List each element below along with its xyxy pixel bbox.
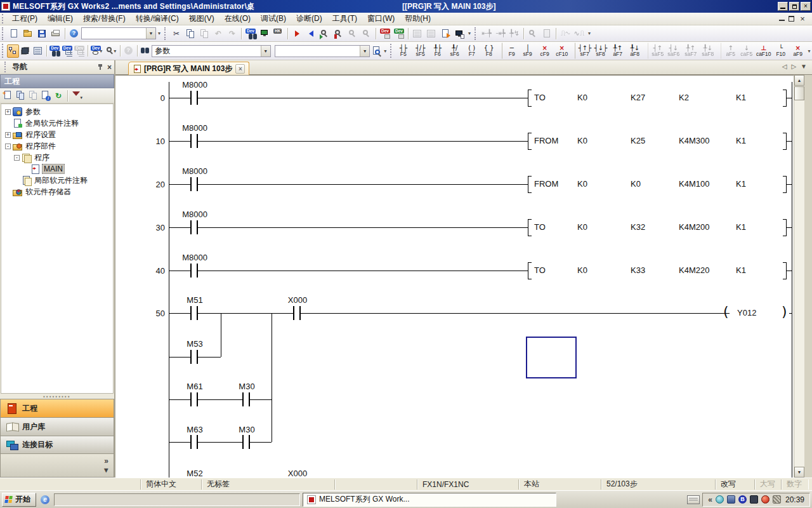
tab-scroll-left-icon[interactable]: ◁ [782,63,787,70]
tray-monitor-icon[interactable] [716,495,724,504]
scroll-up-icon[interactable]: ▲ [794,75,804,86]
quick-launch-button[interactable]: e [39,493,51,506]
tray-network-icon[interactable] [727,495,735,504]
ladder-symbol-button[interactable]: × aF9 [789,43,806,59]
device-comment-edit-button[interactable]: Dev [74,44,86,58]
tree-item[interactable]: + 参数 [1,106,113,117]
ladder-symbol-button[interactable]: ┤/├ sF5 [412,43,429,59]
tree-item[interactable]: 软元件存储器 [1,186,113,197]
write-to-plc-button[interactable] [290,27,304,40]
find-target-combobox[interactable]: 参数▼ [152,45,271,57]
mdi-restore-icon[interactable] [789,16,794,22]
tree-item[interactable]: - 程序部件 [1,140,113,152]
redo-button[interactable]: ↷ [225,27,239,40]
monitor-window-button[interactable] [452,27,466,40]
scroll-down-icon[interactable]: ▼ [794,467,804,478]
nav-view-button[interactable]: 工程 [0,399,114,417]
restore-button[interactable] [789,2,799,11]
ladder-symbol-button[interactable]: × cF9 [536,43,553,59]
device-display-mode-button[interactable]: Dev▾ [90,44,104,58]
tree-expand-icon[interactable]: + [5,132,11,138]
tab-scroll-right-icon[interactable]: ▷ [791,63,796,70]
panel-close-icon[interactable]: × [107,63,112,72]
ladder-symbol-button[interactable]: ─ F9 [502,43,519,59]
tray-bluetooth-icon[interactable]: B [738,495,747,504]
ladder-symbol-button[interactable]: └ F10 [772,43,789,59]
comment-display-button[interactable] [410,27,424,40]
statement-display-button[interactable] [424,27,438,40]
menu-item[interactable]: 窗口(W) [362,12,400,25]
copy-item-icon[interactable] [15,90,26,102]
minimize-button[interactable] [778,2,788,11]
menu-item[interactable]: 诊断(D) [291,12,327,25]
device-monitor-1-button[interactable]: Dev [378,27,392,40]
paste-item-icon[interactable] [27,90,39,102]
help-button[interactable]: ? [67,27,81,40]
sampling-trace-1-button[interactable]: ⎍∿ [558,27,572,40]
step-run-button[interactable]: ⇤╄ [480,27,494,40]
device-comment-find-button[interactable]: Dev [48,44,61,58]
ladder-symbol-button[interactable]: ╀↓ aF8 [626,43,643,59]
ladder-symbol-button[interactable]: ╀↑ saF7 [682,43,699,59]
tree-item[interactable]: 局部软元件注释 [1,175,113,186]
find-value-combobox[interactable]: ▼ [275,45,370,57]
menu-item[interactable]: 在线(O) [219,12,256,25]
ladder-symbol-button[interactable]: { } F8 [480,43,497,59]
menu-item[interactable]: 转换/编译(C) [131,12,184,25]
device-display-button[interactable] [258,27,272,40]
monitor-resume-button[interactable] [360,27,374,40]
tree-expand-icon[interactable] [5,189,11,195]
ladder-symbol-button[interactable]: ┤↓ saF6 [665,43,682,59]
toolbar-overflow-icon[interactable]: ▾ [156,30,162,36]
close-button[interactable]: × [801,2,811,11]
tree-item[interactable]: MAIN [1,163,113,175]
start-button[interactable]: 开始 [2,493,36,507]
new-project-button[interactable] [7,27,21,40]
device-comment-grid-button[interactable]: Dev [61,44,74,58]
zoom-button[interactable]: ▾ [104,44,118,58]
document-tab[interactable]: [PRG]R 写入 MAIN 103步 × [128,62,249,75]
taskbar-window-button[interactable]: MELSOFT系列 GX Work... [303,493,556,507]
ladder-editor[interactable]: 0 M8000 TO K0 K27 K2 K1 [115,75,794,478]
tree-expand-icon[interactable] [5,121,11,126]
tree-expand-icon[interactable] [14,178,20,184]
tree-expand-icon[interactable]: + [5,109,11,115]
tree-expand-icon[interactable]: - [14,155,20,161]
watch-button[interactable] [526,27,540,40]
cut-button[interactable]: ✂ [169,27,183,40]
workspace-combobox[interactable]: ▼ [81,27,156,39]
ladder-symbol-button[interactable]: ╀↓ saF8 [699,43,716,59]
panel-splitter[interactable]: ▪▪▪▪▪▪▪▪▪ [0,394,114,399]
toolbar-overflow-icon[interactable]: ▾ [466,30,473,36]
ladder-symbol-button[interactable]: ╀/ sF6 [446,43,463,59]
menu-item[interactable]: 帮助(H) [400,12,436,25]
menu-item[interactable]: 视图(V) [184,12,219,25]
tab-close-icon[interactable]: × [235,64,245,74]
tree-expand-icon[interactable] [23,166,29,172]
menu-item[interactable]: 工程(P) [7,12,43,25]
toolbar-overflow-icon[interactable]: ▾ [383,48,388,54]
transfer-setup-button[interactable] [540,27,554,40]
ladder-symbol-button[interactable]: ┤├ F5 [395,43,412,59]
undo-button[interactable]: ↶ [211,27,225,40]
ladder-symbol-button[interactable]: ╀├ F6 [429,43,446,59]
ladder-symbol-button[interactable]: │ sF9 [519,43,536,59]
tree-item[interactable]: 全局软元件注释 [1,117,113,129]
tree-expand-icon[interactable]: - [5,144,11,149]
sampling-trace-2-button[interactable]: ∿⎍ [572,27,586,40]
list-view-button[interactable] [32,44,44,58]
ladder-symbol-button[interactable]: ↑ aF5 [721,43,738,59]
ladder-symbol-button[interactable]: × cF10 [553,43,570,59]
nav-view-button[interactable]: 用户库 [0,417,114,436]
step-skip-button[interactable]: ╄↯ [508,27,521,40]
nav-chevron-area[interactable]: »▾ [0,454,114,478]
note-edit-button[interactable] [438,27,452,40]
toolbar-overflow-icon[interactable]: ▾ [586,30,593,36]
print-button[interactable] [49,27,63,40]
filter-icon[interactable]: ▾ [71,90,82,102]
save-project-button[interactable] [35,27,49,40]
monitor-pause-button[interactable] [346,27,360,40]
tab-list-icon[interactable]: ▼ [801,63,807,70]
mdi-close-icon[interactable]: × [798,15,807,23]
module-config-button[interactable] [19,44,32,58]
